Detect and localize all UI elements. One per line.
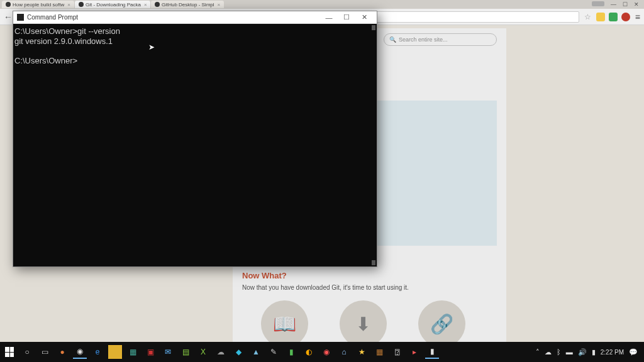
- minimize-button[interactable]: —: [611, 1, 616, 8]
- app-icon[interactable]: ⍰: [390, 345, 404, 359]
- app-icon[interactable]: ▮: [284, 345, 298, 359]
- app-icon[interactable]: ▤: [179, 345, 192, 359]
- tab-label: How people build softw: [13, 2, 64, 8]
- user-badge: [592, 1, 604, 6]
- task-view-button[interactable]: ▭: [38, 345, 52, 359]
- scroll-up-icon[interactable]: [372, 25, 375, 30]
- favicon-icon: [6, 2, 11, 7]
- scroll-down-icon[interactable]: [372, 260, 375, 265]
- app-icon[interactable]: ▸: [408, 345, 421, 359]
- app-icon[interactable]: ★: [355, 345, 369, 359]
- now-what-text: Now that you have downloaded Git, it's t…: [242, 284, 497, 291]
- app-icon[interactable]: ✉: [161, 345, 175, 359]
- app-icon[interactable]: ◆: [231, 345, 245, 359]
- favicon-icon: [79, 2, 84, 7]
- tab-bar: How people build softw × Git - Downloadi…: [0, 0, 644, 9]
- cmd-minimize-button[interactable]: —: [320, 14, 338, 21]
- taskbar-clock[interactable]: 2:22 PM: [601, 349, 624, 356]
- app-icon[interactable]: ◉: [319, 345, 333, 359]
- app-icon[interactable]: ▦: [126, 345, 140, 359]
- cmd-title-text: Command Prompt: [27, 14, 78, 21]
- link-icon[interactable]: 🔗: [418, 300, 465, 342]
- close-tab-icon[interactable]: ×: [67, 2, 70, 8]
- taskbar: ○ ▭ ● ◉ e ▦ ▣ ✉ ▤ X ☁ ◆ ▲ ✎ ▮ ◐ ◉ ⌂ ★ ▦ …: [0, 342, 644, 362]
- cmd-icon: [17, 14, 24, 21]
- notifications-icon[interactable]: 💬: [629, 348, 638, 356]
- browser-tab-github-desktop[interactable]: GitHub Desktop - Simpl ×: [151, 1, 224, 8]
- app-icon[interactable]: ▣: [143, 345, 157, 359]
- bookmark-star-icon[interactable]: ☆: [584, 13, 591, 21]
- site-search-input[interactable]: 🔍 Search entire site...: [384, 33, 497, 46]
- chrome-icon[interactable]: ◉: [73, 345, 87, 359]
- tab-label: GitHub Desktop - Simpl: [162, 2, 214, 8]
- battery-icon[interactable]: ▮: [592, 348, 596, 356]
- now-what-section: Now What? Now that you have downloaded G…: [242, 271, 497, 342]
- search-placeholder: Search entire site...: [399, 36, 448, 43]
- mouse-cursor-icon: ➤: [148, 43, 155, 52]
- search-icon: 🔍: [389, 36, 396, 43]
- app-icon[interactable]: ▦: [372, 345, 386, 359]
- excel-icon[interactable]: X: [196, 345, 210, 359]
- command-prompt-window[interactable]: Command Prompt — ☐ ✕ C:\Users\Owner>git …: [13, 11, 377, 267]
- cmd-prompt: C:\Users\Owner>: [14, 26, 77, 36]
- cmd-close-button[interactable]: ✕: [355, 13, 373, 21]
- adblock-icon[interactable]: [621, 13, 630, 21]
- app-icon[interactable]: ◐: [302, 345, 316, 359]
- system-tray: ˄ ☁ ᛒ ▬ 🔊 ▮ 2:22 PM 💬: [536, 348, 641, 356]
- firefox-icon[interactable]: ●: [55, 345, 69, 359]
- browser-tab-github[interactable]: How people build softw ×: [2, 1, 74, 8]
- nav-back-button[interactable]: ←: [4, 12, 13, 22]
- browser-menu-button[interactable]: ≡: [635, 12, 640, 22]
- extension-icon[interactable]: [596, 13, 605, 21]
- cmd-taskbar-icon[interactable]: ▮: [425, 345, 439, 359]
- app-icon[interactable]: ▲: [249, 345, 263, 359]
- favicon-icon: [155, 2, 160, 7]
- maximize-button[interactable]: ☐: [623, 1, 628, 8]
- browser-window-controls: — ☐ ✕: [587, 0, 644, 9]
- cmd-maximize-button[interactable]: ☐: [338, 13, 355, 21]
- book-icon[interactable]: 📖: [261, 300, 308, 342]
- app-icon[interactable]: ⌂: [337, 345, 351, 359]
- cmd-output: git version 2.9.0.windows.1: [14, 36, 113, 46]
- cmd-input-text: git --version: [77, 26, 120, 36]
- extension-icon[interactable]: [609, 13, 618, 21]
- file-explorer-icon[interactable]: [108, 345, 122, 359]
- start-button[interactable]: [3, 345, 16, 359]
- cmd-scrollbar[interactable]: [370, 24, 377, 266]
- tray-chevron-icon[interactable]: ˄: [536, 348, 540, 356]
- onedrive-icon[interactable]: ☁: [545, 348, 552, 356]
- cmd-prompt: C:\Users\Owner>: [14, 56, 77, 65]
- download-icon[interactable]: ⬇: [340, 300, 387, 342]
- close-tab-icon[interactable]: ×: [218, 2, 221, 8]
- cmd-terminal-area[interactable]: C:\Users\Owner>git --version git version…: [13, 24, 377, 266]
- browser-tab-git-download[interactable]: Git - Downloading Packa ×: [75, 1, 150, 8]
- edge-icon[interactable]: e: [91, 345, 104, 359]
- cortana-button[interactable]: ○: [20, 345, 34, 359]
- volume-icon[interactable]: 🔊: [578, 348, 587, 356]
- app-icon[interactable]: ☁: [214, 345, 228, 359]
- network-icon[interactable]: ▬: [566, 348, 573, 356]
- extension-tray: [596, 13, 630, 21]
- close-button[interactable]: ✕: [634, 1, 639, 8]
- now-what-heading: Now What?: [242, 271, 497, 280]
- close-tab-icon[interactable]: ×: [144, 2, 147, 8]
- tab-label: Git - Downloading Packa: [86, 2, 141, 8]
- app-icon[interactable]: ✎: [267, 345, 280, 359]
- cmd-titlebar[interactable]: Command Prompt — ☐ ✕: [13, 11, 377, 24]
- bluetooth-icon[interactable]: ᛒ: [557, 348, 561, 356]
